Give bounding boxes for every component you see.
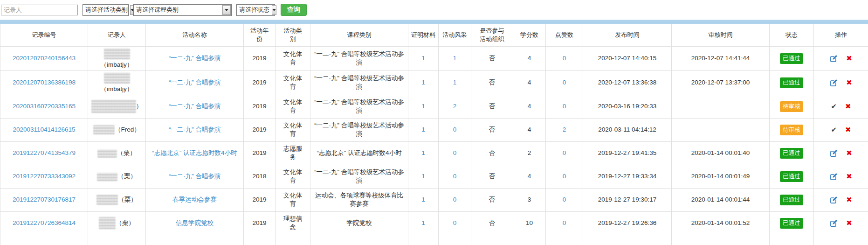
course-type-select[interactable]: 请选择课程类别 <box>133 4 232 16</box>
recorder-cell: （栗） <box>88 188 146 211</box>
delete-x-icon[interactable]: ✖ <box>846 54 852 63</box>
review-time: 2020-01-14 00:01:40 <box>672 141 770 165</box>
approve-check-icon[interactable]: ✔ <box>831 102 837 111</box>
publish-time: 2019-12-27 19:41:35 <box>583 141 672 165</box>
delete-x-icon[interactable]: ✖ <box>846 172 852 181</box>
activity-type-select[interactable]: 请选择活动类别 <box>83 4 129 16</box>
edit-icon[interactable] <box>830 173 838 181</box>
is-organizer: 否 <box>471 141 513 165</box>
edit-icon[interactable] <box>830 79 838 87</box>
column-header-13: 审核时间 <box>672 24 770 46</box>
delete-x-icon[interactable]: ✖ <box>846 218 852 228</box>
activity-name-link[interactable]: “一二·九” 合唱参演 <box>169 126 221 133</box>
activity-name-link[interactable]: 春季运动会参赛 <box>172 196 217 203</box>
likes-count-link[interactable]: 0 <box>563 219 566 226</box>
proof-count-link[interactable]: 1 <box>421 173 425 180</box>
recorder-visible-text: （栗） <box>118 196 137 203</box>
likes-count-link[interactable]: 0 <box>563 103 566 110</box>
activity-name-link[interactable]: 信息学院党校 <box>176 219 214 226</box>
edit-icon[interactable] <box>830 196 838 204</box>
activity-year: 2019 <box>244 141 276 165</box>
record-id-link[interactable]: 202012070136386198 <box>13 79 76 86</box>
recorder-search-input[interactable] <box>1 5 78 15</box>
table-row: 201912270730176817 （栗） 春季运动会参赛 2019 文化体育… <box>0 188 868 211</box>
recorder-cell: （栗） <box>88 165 146 188</box>
record-id-link[interactable]: 202003110414126615 <box>13 126 75 133</box>
course-category: “志愿北京” 认证志愿时数4小时 <box>310 141 408 165</box>
likes-count-link[interactable]: 0 <box>563 149 566 156</box>
delete-x-icon[interactable]: ✖ <box>845 102 851 111</box>
gallery-count-link[interactable]: 2 <box>453 103 457 110</box>
gallery-count-link[interactable]: 0 <box>453 173 457 180</box>
review-time <box>672 95 770 118</box>
record-id-link[interactable]: 202003160720335165 <box>13 103 76 110</box>
proof-count-link[interactable]: 1 <box>421 103 425 110</box>
activity-name-link[interactable]: “一二·九” 合唱参演 <box>169 79 221 86</box>
course-type-select-value: 请选择课程类别 <box>134 6 181 14</box>
delete-x-icon[interactable]: ✖ <box>845 125 851 134</box>
likes-count-link[interactable]: 0 <box>563 55 566 62</box>
proof-count-link[interactable]: 1 <box>421 196 425 203</box>
proof-count-link[interactable]: 1 <box>421 149 425 156</box>
table-row: 202003110414126615 （Fred） “一二·九” 合唱参演 20… <box>0 118 868 141</box>
publish-time: 2019-12-27 19:33:34 <box>583 165 672 188</box>
approve-check-icon[interactable]: ✔ <box>831 125 837 134</box>
credits: 2 <box>513 141 546 165</box>
row-actions: ✔✖ <box>814 118 868 141</box>
likes-count-link[interactable]: 0 <box>563 79 566 86</box>
likes-count-link[interactable]: 2 <box>563 126 566 133</box>
gallery-count-link[interactable]: 1 <box>453 79 457 86</box>
column-header-2: 记录人 <box>88 24 146 46</box>
table-row: 201912270726364814 （栗） 信息学院党校 2019 理想信念 … <box>0 211 868 235</box>
edit-icon[interactable] <box>830 219 838 227</box>
status-badge: 待审核 <box>780 125 803 135</box>
course-category: 运动会、各项球赛等校级体育比赛参赛 <box>310 188 408 211</box>
record-id-link[interactable]: 201912270730176817 <box>13 196 76 203</box>
record-id-link[interactable]: 202012070240156443 <box>13 55 76 62</box>
filter-bar: 请选择活动类别 请选择课程类别 请选择状态 查询 <box>0 0 868 20</box>
delete-x-icon[interactable]: ✖ <box>846 78 852 87</box>
gallery-count-link[interactable]: 0 <box>453 219 457 226</box>
column-header-9: 是否参与活动组织 <box>471 24 513 46</box>
likes-count-link[interactable]: 0 <box>563 196 566 203</box>
search-button[interactable]: 查询 <box>281 4 307 16</box>
chevron-down-icon <box>222 5 231 15</box>
table-row: 201912270741354379 （栗） “志愿北京” 认证志愿时数4小时 … <box>0 141 868 165</box>
activity-category: 理想信念 <box>276 211 310 235</box>
redacted-name <box>96 195 118 205</box>
proof-count-link[interactable]: 1 <box>421 79 425 86</box>
activity-name-link[interactable]: “志愿北京” 认证志愿时数4小时 <box>152 149 237 156</box>
gallery-count-link[interactable]: 0 <box>453 126 457 133</box>
activity-name-link[interactable]: “一二·九” 合唱参演 <box>169 55 221 62</box>
is-organizer: 否 <box>471 46 513 70</box>
column-header-14: 状态 <box>770 24 814 46</box>
record-id-link[interactable]: 201912270733343092 <box>13 173 76 180</box>
row-actions: ✖ <box>814 141 868 165</box>
activity-year: 2018 <box>244 165 276 188</box>
edit-icon[interactable] <box>830 55 838 63</box>
status-select[interactable]: 请选择状态 <box>236 4 275 16</box>
row-actions: ✖ <box>814 188 868 211</box>
status-badge: 已通过 <box>780 148 803 159</box>
column-header-6: 课程类别 <box>310 24 408 46</box>
gallery-count-link[interactable]: 0 <box>453 196 457 203</box>
delete-x-icon[interactable]: ✖ <box>846 148 852 158</box>
course-category: “一二·九” 合唱等校级艺术活动参演 <box>310 118 408 141</box>
edit-icon[interactable] <box>830 149 838 157</box>
column-header-1: 记录编号 <box>0 24 88 46</box>
recorder-cell: （栗） <box>88 141 146 165</box>
proof-count-link[interactable]: 1 <box>421 219 425 226</box>
proof-count-link[interactable]: 1 <box>421 55 425 62</box>
gallery-count-link[interactable]: 0 <box>453 149 457 156</box>
chevron-down-icon <box>272 5 276 15</box>
column-header-5: 活动类别 <box>276 24 310 46</box>
delete-x-icon[interactable]: ✖ <box>846 195 852 204</box>
activity-name-link[interactable]: “一二·九” 合唱参演 <box>169 103 221 110</box>
recorder-cell: （imbatjy） <box>88 46 146 70</box>
likes-count-link[interactable]: 0 <box>563 173 566 180</box>
gallery-count-link[interactable]: 1 <box>453 55 457 62</box>
record-id-link[interactable]: 201912270741354379 <box>13 149 76 156</box>
proof-count-link[interactable]: 1 <box>421 126 425 133</box>
activity-name-link[interactable]: “一二·九” 合唱参演 <box>169 173 221 180</box>
record-id-link[interactable]: 201912270726364814 <box>13 219 76 226</box>
